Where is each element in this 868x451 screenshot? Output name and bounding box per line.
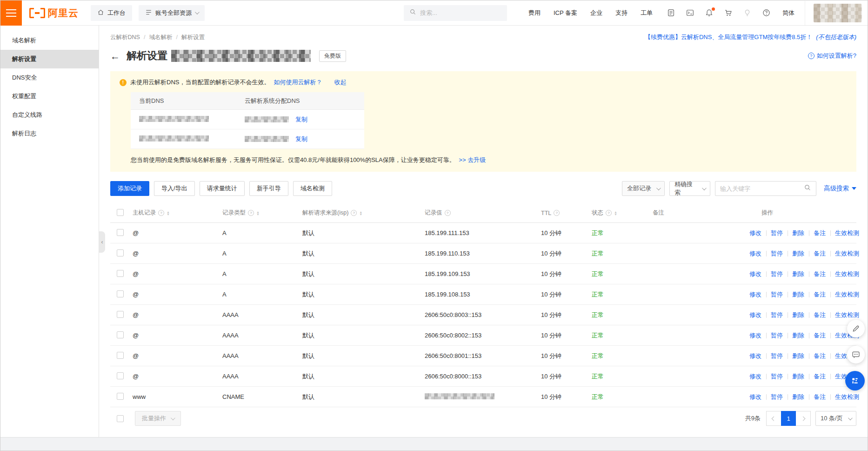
delete-link[interactable]: 删除	[788, 229, 809, 237]
pause-link[interactable]: 暂停	[766, 229, 788, 237]
row-checkbox[interactable]	[117, 331, 124, 338]
sort-icon[interactable]	[167, 211, 170, 215]
pause-link[interactable]: 暂停	[766, 270, 788, 278]
nav-support[interactable]: 支持	[615, 9, 628, 17]
help-icon[interactable]	[762, 9, 770, 17]
api-icon[interactable]	[667, 9, 675, 17]
row-checkbox[interactable]	[117, 352, 124, 359]
remark-link[interactable]: 备注	[809, 311, 830, 319]
remark-link[interactable]: 备注	[809, 249, 830, 258]
delete-link[interactable]: 删除	[788, 290, 809, 299]
renewal-promo-link[interactable]: 【续费优惠】云解析DNS、全局流量管理GTM按年续费8.5折！(不包括老版本)	[645, 33, 856, 41]
account-resources-dropdown[interactable]: 账号全部资源	[139, 5, 205, 21]
pause-link[interactable]: 暂停	[766, 393, 788, 401]
copy-dns-link[interactable]: 复制	[295, 135, 307, 143]
sidebar-item-custom-lines[interactable]: 自定义线路	[0, 106, 99, 124]
edit-link[interactable]: 修改	[745, 249, 766, 258]
delete-link[interactable]: 删除	[788, 311, 809, 319]
footer-select-all-checkbox[interactable]	[117, 415, 124, 422]
sort-icon[interactable]	[614, 211, 617, 215]
pause-link[interactable]: 暂停	[766, 290, 788, 299]
keyword-search-input[interactable]	[720, 185, 800, 192]
hamburger-menu-button[interactable]	[0, 0, 22, 26]
sort-icon[interactable]	[256, 211, 260, 215]
select-all-checkbox[interactable]	[117, 209, 124, 216]
edit-link[interactable]: 修改	[745, 393, 766, 401]
delete-link[interactable]: 删除	[788, 352, 809, 360]
lightbulb-icon[interactable]	[743, 9, 751, 17]
help-icon[interactable]	[606, 210, 612, 216]
check-link[interactable]: 生效检测	[830, 270, 864, 278]
delete-link[interactable]: 删除	[788, 270, 809, 278]
feedback-chat-button[interactable]	[847, 346, 865, 363]
sidebar-item-resolution-logs[interactable]: 解析日志	[0, 124, 99, 143]
notification-bell-icon[interactable]	[705, 9, 713, 17]
domain-check-button[interactable]: 域名检测	[293, 181, 332, 196]
delete-link[interactable]: 删除	[788, 331, 809, 340]
global-search-input[interactable]	[420, 9, 494, 16]
breadcrumb-domain-resolution[interactable]: 域名解析	[140, 34, 172, 41]
remark-link[interactable]: 备注	[809, 229, 830, 237]
help-icon[interactable]	[554, 210, 560, 216]
help-icon[interactable]	[158, 210, 164, 216]
delete-link[interactable]: 删除	[788, 372, 809, 381]
nav-billing[interactable]: 费用	[528, 9, 541, 17]
check-link[interactable]: 生效检测	[830, 249, 864, 258]
collapse-notice-link[interactable]: 收起	[334, 78, 346, 87]
search-icon[interactable]	[804, 184, 811, 193]
row-checkbox[interactable]	[117, 270, 124, 277]
keyword-search-box[interactable]	[715, 181, 816, 196]
terminal-icon[interactable]	[686, 9, 694, 17]
sidebar-collapse-handle[interactable]	[99, 231, 105, 253]
advanced-search-toggle[interactable]: 高级搜索	[824, 184, 856, 193]
cart-icon[interactable]	[724, 9, 732, 17]
edit-link[interactable]: 修改	[745, 311, 766, 319]
remark-link[interactable]: 备注	[809, 393, 830, 401]
next-page-button[interactable]	[796, 411, 811, 426]
breadcrumb-cloud-dns[interactable]: 云解析DNS	[110, 34, 140, 41]
pause-link[interactable]: 暂停	[766, 372, 788, 381]
current-page-button[interactable]: 1	[781, 411, 796, 426]
check-link[interactable]: 生效检测	[830, 393, 864, 401]
remark-link[interactable]: 备注	[809, 352, 830, 360]
check-link[interactable]: 生效检测	[830, 311, 864, 319]
remark-link[interactable]: 备注	[809, 270, 830, 278]
request-stats-button[interactable]: 请求量统计	[200, 181, 245, 196]
edit-link[interactable]: 修改	[745, 290, 766, 299]
edit-link[interactable]: 修改	[745, 372, 766, 381]
check-link[interactable]: 生效检测	[830, 229, 864, 237]
check-link[interactable]: 生效检测	[830, 290, 864, 299]
pause-link[interactable]: 暂停	[766, 249, 788, 258]
how-to-configure-link[interactable]: 如何设置解析?	[808, 52, 856, 60]
edit-link[interactable]: 修改	[745, 270, 766, 278]
batch-operations-button[interactable]: 批量操作	[135, 411, 181, 426]
edit-link[interactable]: 修改	[745, 229, 766, 237]
row-checkbox[interactable]	[117, 290, 124, 297]
row-checkbox[interactable]	[117, 311, 124, 318]
beginner-guide-button[interactable]: 新手引导	[249, 181, 288, 196]
page-size-select[interactable]: 10 条/页	[815, 411, 856, 426]
row-checkbox[interactable]	[117, 372, 124, 379]
pause-link[interactable]: 暂停	[766, 311, 788, 319]
help-icon[interactable]	[445, 210, 451, 216]
aliyun-logo[interactable]: 阿里云	[29, 7, 79, 20]
nav-enterprise[interactable]: 企业	[590, 9, 602, 17]
delete-link[interactable]: 删除	[788, 393, 809, 401]
language-switch[interactable]: 简体	[782, 9, 795, 17]
record-filter-select[interactable]: 全部记录	[622, 181, 665, 196]
copy-dns-link[interactable]: 复制	[295, 115, 307, 124]
sidebar-item-dns-security[interactable]: DNS安全	[0, 68, 99, 87]
how-to-use-dns-link[interactable]: 如何使用云解析？	[274, 78, 322, 87]
sidebar-item-weight-config[interactable]: 权重配置	[0, 87, 99, 106]
sidebar-item-domain-resolution[interactable]: 域名解析	[0, 31, 99, 50]
sidebar-item-resolution-settings[interactable]: 解析设置	[0, 50, 99, 68]
search-mode-select[interactable]: 精确搜索	[669, 181, 710, 196]
row-checkbox[interactable]	[117, 249, 124, 256]
prev-page-button[interactable]	[766, 411, 781, 426]
feedback-edit-button[interactable]	[847, 320, 865, 337]
delete-link[interactable]: 删除	[788, 249, 809, 258]
edit-link[interactable]: 修改	[745, 352, 766, 360]
remark-link[interactable]: 备注	[809, 290, 830, 299]
upgrade-link[interactable]: >> 去升级	[459, 156, 486, 163]
remark-link[interactable]: 备注	[809, 372, 830, 381]
